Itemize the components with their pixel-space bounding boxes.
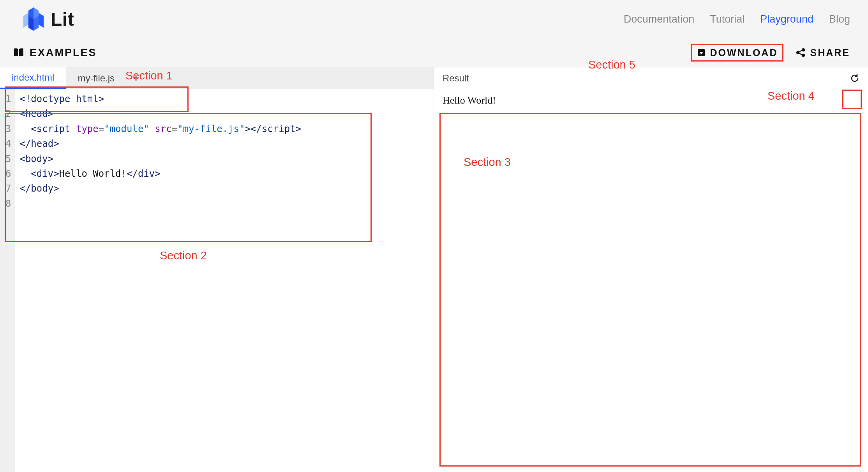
nav-links: Documentation Tutorial Playground Blog [624,13,850,25]
download-icon [697,48,706,57]
reload-icon [850,74,859,83]
download-button[interactable]: DOWNLOAD [691,44,784,62]
result-header: Result [434,67,868,89]
download-label: DOWNLOAD [710,47,778,58]
nav-documentation[interactable]: Documentation [624,13,695,25]
svg-line-12 [799,53,802,55]
reload-button[interactable] [850,74,859,83]
nav-playground[interactable]: Playground [760,13,813,25]
svg-line-11 [799,50,802,52]
editor-pane: index.html my-file.js + 12345678 <!docty… [0,67,434,472]
code-editor[interactable]: 12345678 <!doctype html> <head> <script … [0,89,434,472]
nav-blog[interactable]: Blog [829,13,850,25]
code-content[interactable]: <!doctype html> <head> <script type="mod… [15,89,306,472]
book-icon [13,48,24,57]
line-gutter: 12345678 [0,89,15,472]
svg-marker-2 [23,13,28,28]
result-pane: Result Hello World! [434,67,868,472]
toolbar: EXAMPLES DOWNLOAD SHARE [0,38,868,67]
examples-label: EXAMPLES [30,47,97,59]
plus-icon: + [132,71,140,85]
brand-name: Lit [51,9,74,30]
result-output: Hello World! [434,89,868,472]
file-tabbar: index.html my-file.js + [0,67,434,89]
svg-marker-3 [39,13,44,28]
tab-my-file-js[interactable]: my-file.js [66,67,126,89]
nav-tutorial[interactable]: Tutorial [710,13,745,25]
tab-index-html[interactable]: index.html [0,67,66,89]
share-button[interactable]: SHARE [791,44,855,62]
svg-point-10 [802,54,804,56]
brand[interactable]: Lit [23,7,74,31]
examples-button[interactable]: EXAMPLES [13,47,97,59]
add-file-button[interactable]: + [126,71,146,85]
top-nav: Lit Documentation Tutorial Playground Bl… [0,0,868,38]
lit-logo-icon [23,7,44,31]
result-label: Result [443,73,469,84]
share-label: SHARE [810,47,850,58]
share-icon [796,48,805,57]
main-split: index.html my-file.js + 12345678 <!docty… [0,67,868,472]
svg-point-9 [802,49,804,51]
